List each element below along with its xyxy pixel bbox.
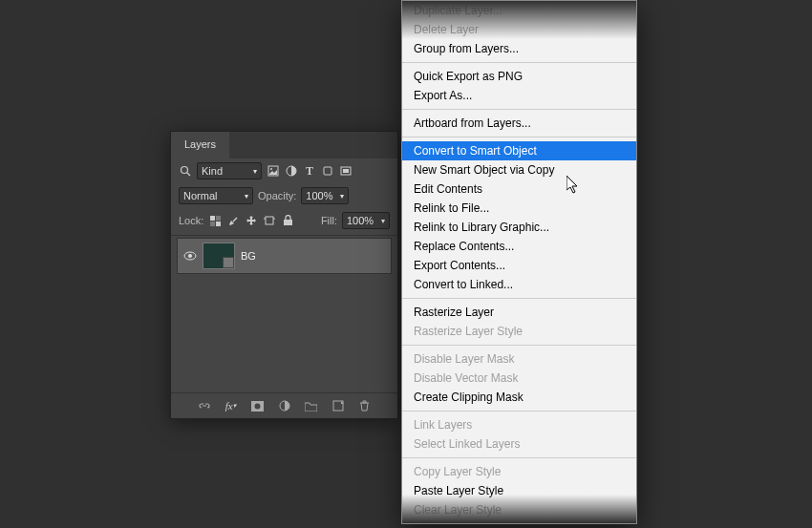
svg-rect-16	[284, 220, 292, 225]
link-icon[interactable]	[198, 399, 211, 412]
lock-artboard-icon[interactable]	[263, 214, 276, 227]
svg-rect-13	[266, 217, 273, 224]
layer-thumbnail[interactable]	[203, 243, 235, 269]
fill-field[interactable]: 100%▾	[342, 212, 390, 229]
blend-mode-select[interactable]: Normal▾	[179, 187, 253, 204]
svg-point-0	[181, 166, 187, 173]
svg-rect-8	[210, 216, 215, 221]
menu-item-rasterize-layer-style: Rasterize Layer Style	[402, 322, 636, 341]
menu-item-relink-to-file[interactable]: Relink to File...	[402, 199, 636, 218]
svg-rect-7	[343, 169, 349, 173]
lock-all-icon[interactable]	[281, 214, 294, 227]
lock-label: Lock:	[179, 215, 203, 226]
menu-item-disable-layer-mask: Disable Layer Mask	[402, 349, 636, 369]
menu-item-replace-contents[interactable]: Replace Contents...	[402, 237, 636, 256]
tab-bar: Layers	[171, 132, 397, 158]
menu-item-clear-layer-style: Clear Layer Style	[402, 500, 636, 519]
panel-footer: fx▾	[171, 392, 397, 418]
filter-type-icon[interactable]: T	[303, 164, 316, 178]
tab-layers[interactable]: Layers	[171, 132, 229, 158]
menu-item-paste-layer-style[interactable]: Paste Layer Style	[402, 481, 636, 500]
visibility-icon[interactable]	[183, 249, 197, 263]
svg-point-18	[188, 254, 192, 258]
layer-name[interactable]: BG	[241, 250, 256, 262]
svg-rect-9	[216, 222, 221, 226]
filter-row: Kind▾ T	[171, 158, 397, 183]
new-layer-icon[interactable]	[331, 399, 345, 412]
filter-adjust-icon[interactable]	[285, 164, 298, 178]
trash-icon[interactable]	[358, 399, 372, 412]
menu-item-quick-export-as-png[interactable]: Quick Export as PNG	[402, 67, 636, 86]
menu-item-copy-layer-style: Copy Layer Style	[402, 462, 636, 481]
menu-item-edit-contents[interactable]: Edit Contents	[402, 180, 636, 199]
opacity-field[interactable]: 100%▾	[301, 187, 349, 204]
mask-icon[interactable]	[251, 399, 265, 412]
menu-item-link-layers: Link Layers	[402, 415, 636, 434]
filter-smart-icon[interactable]	[339, 164, 353, 178]
menu-item-artboard-from-layers[interactable]: Artboard from Layers...	[402, 114, 636, 133]
svg-point-20	[255, 403, 261, 409]
layers-panel: Layers Kind▾ T Normal▾ Opacity: 100%▾ Lo…	[170, 131, 398, 419]
lock-row: Lock: Fill: 100%▾	[171, 208, 397, 233]
menu-item-select-linked-layers: Select Linked Layers	[402, 434, 636, 454]
svg-point-3	[270, 168, 272, 170]
menu-item-convert-to-linked[interactable]: Convert to Linked...	[402, 275, 636, 294]
svg-rect-10	[216, 216, 221, 221]
menu-item-convert-to-smart-object[interactable]: Convert to Smart Object	[402, 141, 636, 160]
filter-shape-icon[interactable]	[321, 164, 334, 178]
svg-rect-5	[324, 167, 331, 175]
fill-label: Fill:	[321, 215, 337, 226]
menu-item-export-contents[interactable]: Export Contents...	[402, 256, 636, 275]
adjustment-icon[interactable]	[278, 399, 291, 412]
context-menu: Duplicate Layer...Delete LayerGroup from…	[401, 0, 637, 524]
lock-pixels-icon[interactable]	[208, 214, 222, 227]
menu-item-delete-layer: Delete Layer	[402, 20, 636, 39]
menu-item-group-from-layers[interactable]: Group from Layers...	[402, 39, 636, 58]
menu-item-create-clipping-mask[interactable]: Create Clipping Mask	[402, 388, 636, 407]
svg-line-1	[187, 173, 190, 176]
filter-kind-select[interactable]: Kind▾	[197, 162, 262, 180]
menu-item-rasterize-layer[interactable]: Rasterize Layer	[402, 303, 636, 322]
svg-line-12	[233, 218, 237, 222]
menu-item-disable-vector-mask: Disable Vector Mask	[402, 369, 636, 388]
group-icon[interactable]	[305, 399, 318, 412]
layer-row[interactable]: BG	[177, 238, 392, 274]
lock-brush-icon[interactable]	[226, 214, 240, 227]
menu-item-relink-to-library-graphic[interactable]: Relink to Library Graphic...	[402, 218, 636, 237]
filter-image-icon[interactable]	[267, 164, 280, 178]
svg-rect-11	[210, 222, 215, 226]
opacity-label: Opacity:	[258, 190, 296, 201]
blend-row: Normal▾ Opacity: 100%▾	[171, 183, 397, 208]
lock-move-icon[interactable]	[245, 214, 258, 227]
menu-item-new-smart-object-via-copy[interactable]: New Smart Object via Copy	[402, 160, 636, 180]
menu-item-export-as[interactable]: Export As...	[402, 86, 636, 105]
fx-icon[interactable]: fx▾	[224, 399, 238, 412]
menu-item-duplicate-layer: Duplicate Layer...	[402, 1, 636, 20]
search-icon	[179, 164, 192, 178]
